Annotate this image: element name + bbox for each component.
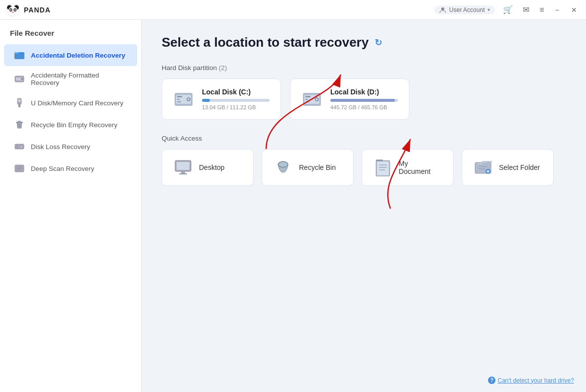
user-icon [439, 6, 446, 13]
user-chevron-icon: ▾ [488, 7, 490, 12]
sidebar-label-disk-loss: Disk Loss Recovery [31, 143, 90, 151]
sidebar-label-deep-scan: Deep Scan Recovery [31, 165, 95, 172]
recycle-bin-icon [274, 158, 292, 176]
svg-rect-42 [305, 101, 309, 102]
svg-rect-11 [14, 52, 19, 54]
page-title: Select a location to start recovery ↻ [162, 35, 566, 50]
disk-cards: Local Disk (C:) 13.04 GB / 111.22 GB [162, 78, 566, 120]
disk-c-bar-fill [202, 99, 210, 102]
quick-card-select-folder[interactable]: Select Folder [462, 149, 554, 186]
svg-point-37 [188, 98, 190, 100]
sidebar-label-accidental-deletion: Accidental Deletion Recovery [31, 52, 125, 59]
svg-rect-35 [177, 101, 181, 102]
quick-label-my-document: My Document [399, 159, 441, 175]
svg-point-7 [14, 9, 16, 10]
svg-rect-33 [177, 96, 182, 97]
sidebar-title: File Recover [0, 29, 141, 44]
svg-point-26 [20, 146, 23, 148]
quick-label-desktop: Desktop [199, 163, 224, 171]
sidebar-label-accidentally-formatted: Accidentally Formatted Recovery [31, 72, 127, 86]
mail-icon[interactable]: ✉ [521, 4, 531, 15]
cant-detect-text[interactable]: Can't detect your hard drive? [497, 377, 574, 384]
sidebar-item-accidental-deletion[interactable]: Accidental Deletion Recovery [4, 44, 137, 66]
svg-rect-55 [377, 161, 389, 175]
close-button[interactable]: ✕ [568, 5, 580, 15]
sidebar-label-udisk: U Disk/Memory Card Recovery [31, 99, 123, 107]
sidebar: File Recover Accidental Deletion Recover… [0, 20, 142, 392]
cant-detect-link[interactable]: ? Can't detect your hard drive? [488, 377, 574, 384]
quick-card-my-document[interactable]: My Document [362, 149, 454, 186]
user-area[interactable]: User Account ▾ [434, 5, 495, 14]
quick-label-select-folder: Select Folder [499, 163, 540, 171]
desktop-icon [174, 158, 192, 176]
quick-card-desktop[interactable]: Desktop [162, 149, 254, 186]
quick-label-recycle-bin: Recycle Bin [299, 163, 336, 171]
disk-d-name: Local Disk (D:) [330, 88, 398, 96]
deep-scan-icon [14, 163, 25, 174]
disk-loss-icon [14, 141, 25, 152]
disk-d-info: Local Disk (D:) 445.72 GB / 465.76 GB [330, 88, 398, 110]
main-layout: File Recover Accidental Deletion Recover… [0, 20, 586, 392]
panda-logo-icon [6, 3, 20, 17]
disk-d-size: 445.72 GB / 465.76 GB [330, 104, 398, 110]
svg-point-8 [11, 11, 14, 13]
sidebar-label-recycle-bin: Recycle Bin Empty Recovery [31, 121, 117, 129]
quick-cards: Desktop Recycle Bin [162, 149, 566, 186]
minimize-button[interactable]: − [552, 5, 562, 15]
sidebar-item-disk-loss[interactable]: Disk Loss Recovery [4, 136, 137, 157]
app-brand: PANDA [24, 6, 51, 14]
content-area: Select a location to start recovery ↻ Ha… [142, 20, 586, 392]
svg-rect-49 [181, 171, 185, 173]
my-document-icon [374, 158, 392, 176]
disk-c-icon [173, 89, 194, 110]
titlebar-left: PANDA [6, 3, 51, 17]
disk-c-size: 13.04 GB / 111.22 GB [202, 104, 270, 110]
titlebar: PANDA User Account ▾ 🛒 ✉ ≡ − ✕ [0, 0, 586, 20]
user-label: User Account [449, 6, 485, 13]
titlebar-right: User Account ▾ 🛒 ✉ ≡ − ✕ [434, 4, 580, 15]
sidebar-item-recycle-bin[interactable]: Recycle Bin Empty Recovery [4, 114, 137, 136]
svg-rect-16 [18, 104, 20, 107]
disk-card-c[interactable]: Local Disk (C:) 13.04 GB / 111.22 GB [162, 78, 281, 120]
svg-rect-50 [179, 173, 187, 174]
svg-point-44 [316, 98, 318, 100]
disk-count: (2) [219, 64, 227, 72]
svg-rect-40 [305, 96, 310, 97]
hard-disk-section-label: Hard Disk partition (2) [162, 64, 566, 72]
recycle-bin-sidebar-icon [14, 119, 25, 130]
svg-rect-19 [18, 121, 21, 122]
disk-c-bar-bg [202, 99, 270, 102]
svg-point-9 [441, 7, 444, 10]
svg-rect-59 [376, 159, 383, 161]
folder-blue-icon [14, 50, 25, 61]
disk-d-bar-bg [330, 99, 398, 102]
svg-rect-34 [177, 99, 180, 100]
sidebar-item-deep-scan[interactable]: Deep Scan Recovery [4, 157, 137, 179]
svg-point-53 [279, 162, 287, 167]
disk-c-name: Local Disk (C:) [202, 88, 270, 96]
refresh-icon[interactable]: ↻ [375, 37, 382, 48]
disk-card-d[interactable]: Local Disk (D:) 445.72 GB / 465.76 GB [290, 78, 409, 120]
quick-access-label: Quick Access [162, 135, 566, 142]
svg-rect-48 [177, 162, 190, 170]
disk-d-icon [301, 89, 322, 110]
svg-point-14 [21, 78, 23, 80]
sidebar-item-accidentally-formatted[interactable]: Accidentally Formatted Recovery [4, 66, 137, 92]
help-icon: ? [488, 377, 495, 384]
quick-card-recycle-bin[interactable]: Recycle Bin [262, 149, 354, 186]
cart-icon[interactable]: 🛒 [501, 4, 515, 15]
page-title-text: Select a location to start recovery [162, 35, 369, 50]
svg-rect-41 [305, 99, 308, 100]
disk-d-bar-fill [330, 99, 395, 102]
select-folder-icon [474, 158, 492, 176]
svg-point-6 [10, 9, 11, 10]
hdd-icon [14, 74, 25, 84]
menu-icon[interactable]: ≡ [537, 4, 546, 15]
usb-icon [14, 97, 25, 108]
svg-rect-17 [18, 99, 21, 102]
disk-c-info: Local Disk (C:) 13.04 GB / 111.22 GB [202, 88, 270, 110]
sidebar-item-udisk[interactable]: U Disk/Memory Card Recovery [4, 92, 137, 114]
